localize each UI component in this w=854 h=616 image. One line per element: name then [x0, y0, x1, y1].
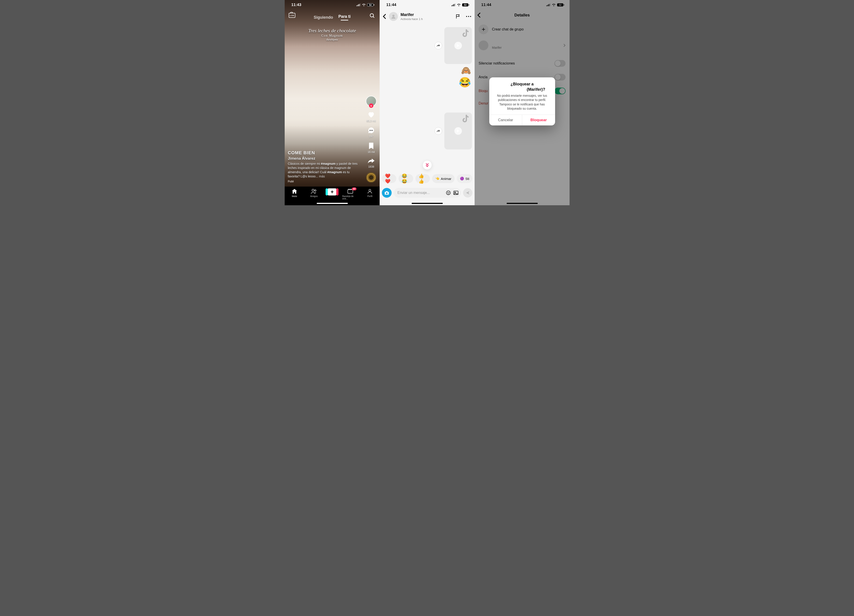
clock: 11:43	[291, 3, 301, 7]
follow-plus-icon[interactable]: +	[369, 104, 374, 108]
message-video	[382, 27, 472, 64]
svg-point-5	[369, 130, 370, 131]
screen-chat: 11:44 53 Marifer Activo/a hace 1 h	[380, 0, 474, 205]
svg-rect-3	[360, 3, 360, 6]
tiktok-watermark-icon	[462, 115, 470, 124]
tab-following[interactable]: Siguiendo	[314, 15, 333, 20]
quick-hearts[interactable]: ❤️❤️	[382, 174, 396, 183]
share-count: 1838	[368, 165, 374, 168]
svg-point-9	[314, 190, 316, 191]
svg-point-22	[447, 192, 448, 192]
composer	[380, 187, 474, 199]
scroll-to-bottom[interactable]	[422, 160, 432, 170]
emoji-icon[interactable]	[446, 190, 451, 195]
block-confirm-dialog: ¿Bloquear a (Marifer)? No podrá enviarte…	[489, 78, 555, 125]
svg-rect-1	[358, 5, 358, 6]
svg-rect-12	[451, 5, 452, 6]
quick-animar[interactable]: 👈Animar	[432, 174, 454, 183]
home-indicator[interactable]	[317, 203, 348, 204]
share-button[interactable]: 1838	[368, 158, 375, 168]
svg-point-17	[466, 16, 467, 17]
nav-create[interactable]: +	[325, 188, 339, 195]
caption-text[interactable]: Clásicos de siempre mi #magnum y pastel …	[288, 162, 362, 178]
save-button[interactable]: 16 mil	[368, 142, 375, 154]
svg-point-7	[372, 130, 373, 131]
home-indicator[interactable]	[412, 203, 443, 204]
video-overlay-text: Tres leches de chocolate Con Magnum thew…	[285, 28, 380, 41]
chat-scroll[interactable]: 🙈 😂	[380, 24, 474, 172]
battery-icon: 53	[462, 3, 469, 6]
quick-thumbs[interactable]: 👍👍	[415, 174, 430, 183]
nav-friends[interactable]: Amigos	[306, 188, 322, 197]
action-rail: + 85,3 mil 197 16 mil 1838	[364, 96, 378, 183]
forward-button[interactable]	[435, 127, 442, 135]
svg-point-19	[470, 16, 471, 17]
svg-rect-15	[455, 3, 456, 6]
message-input-wrap	[394, 188, 461, 198]
cellular-icon	[451, 3, 456, 6]
dialog-buttons: Cancelar Bloquear	[489, 114, 555, 125]
chat-header: Marifer Activo/a hace 1 h	[380, 10, 474, 23]
image-icon[interactable]	[453, 191, 459, 195]
nav-inbox[interactable]: Bandeja de entr... 47	[342, 188, 358, 200]
quick-reactions: ❤️❤️ 😂😂 👍👍 👈Animar 🟣Sti	[380, 173, 474, 184]
inbox-badge: 47	[352, 188, 357, 191]
back-icon[interactable]	[383, 14, 386, 19]
status-bar: 11:43 54	[285, 0, 380, 10]
tiktok-watermark-icon	[462, 29, 470, 38]
nav-profile[interactable]: Perfil	[362, 188, 378, 197]
report-icon[interactable]	[456, 14, 461, 19]
send-button[interactable]	[463, 188, 472, 197]
message-input[interactable]	[397, 191, 444, 195]
play-icon	[454, 127, 462, 135]
message-video	[382, 113, 472, 149]
svg-point-11	[369, 189, 371, 191]
comment-count: 197	[369, 135, 374, 138]
cancel-button[interactable]: Cancelar	[489, 115, 522, 125]
svg-rect-0	[357, 5, 357, 6]
video-thumbnail[interactable]	[444, 27, 472, 64]
camera-button[interactable]	[382, 188, 392, 198]
caption: COME BIEN Jimena Álvarez Clásicos de sie…	[288, 150, 362, 183]
author-name[interactable]: Jimena Álvarez	[288, 156, 362, 161]
forward-button[interactable]	[435, 42, 442, 49]
sound-disc[interactable]	[366, 172, 376, 183]
play-icon	[454, 42, 462, 49]
caption-headline: COME BIEN	[288, 150, 362, 156]
save-count: 16 mil	[368, 151, 375, 154]
bottom-nav: Inicio Amigos + Bandeja de entr... 47 Pe…	[285, 187, 380, 205]
home-indicator[interactable]	[506, 203, 538, 204]
svg-point-20	[386, 192, 387, 194]
cellular-icon	[357, 3, 360, 6]
message-emoji: 🙈	[383, 66, 471, 75]
feed-tabs: Siguiendo Para ti	[285, 12, 380, 22]
svg-point-8	[312, 189, 314, 191]
quick-sticker[interactable]: 🟣Sti	[457, 174, 473, 183]
more-icon[interactable]	[466, 15, 471, 18]
author-avatar[interactable]: +	[366, 96, 377, 107]
quick-laughs[interactable]: 😂😂	[398, 174, 413, 183]
svg-rect-2	[359, 4, 359, 6]
clock: 11:44	[386, 3, 396, 7]
like-count: 85,3 mil	[366, 119, 376, 122]
svg-rect-10	[348, 190, 353, 193]
chat-presence: Activo/a hace 1 h	[401, 17, 453, 21]
nav-home[interactable]: Inicio	[287, 188, 302, 197]
chat-avatar[interactable]	[389, 12, 398, 21]
dialog-message: No podrá enviarte mensajes, ver tus publ…	[489, 94, 555, 114]
wifi-icon	[457, 3, 461, 6]
svg-point-6	[371, 130, 372, 131]
video-thumbnail[interactable]	[444, 113, 472, 149]
battery-icon: 54	[367, 3, 374, 6]
expand-more[interactable]: más	[319, 175, 325, 178]
screen-tiktok-feed: 11:43 54 LIVE Siguiendo Para ti Tres lec…	[285, 0, 380, 205]
tab-for-you[interactable]: Para ti	[338, 14, 351, 20]
dialog-title: ¿Bloquear a (Marifer)?	[489, 78, 555, 94]
chat-name[interactable]: Marifer	[401, 12, 453, 17]
comment-button[interactable]: 197	[368, 127, 375, 138]
block-button[interactable]: Bloquear	[522, 115, 555, 125]
svg-point-25	[454, 192, 456, 193]
like-button[interactable]: 85,3 mil	[366, 111, 376, 122]
svg-point-21	[446, 191, 450, 195]
svg-point-18	[468, 16, 469, 17]
